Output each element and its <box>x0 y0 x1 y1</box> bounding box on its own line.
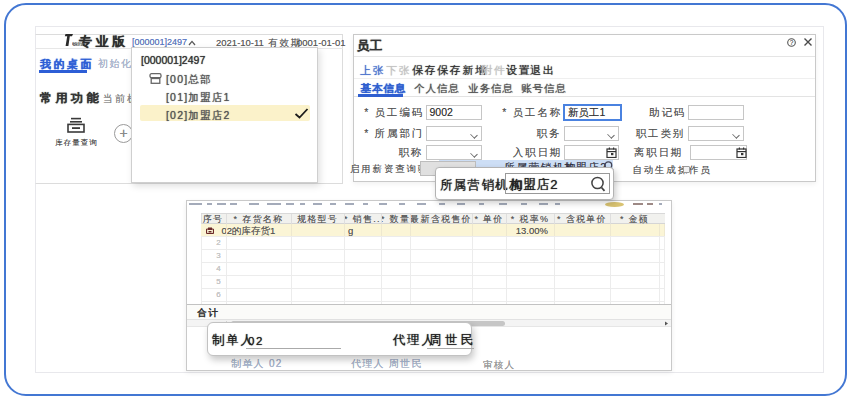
svg-text:?: ? <box>790 38 794 45</box>
